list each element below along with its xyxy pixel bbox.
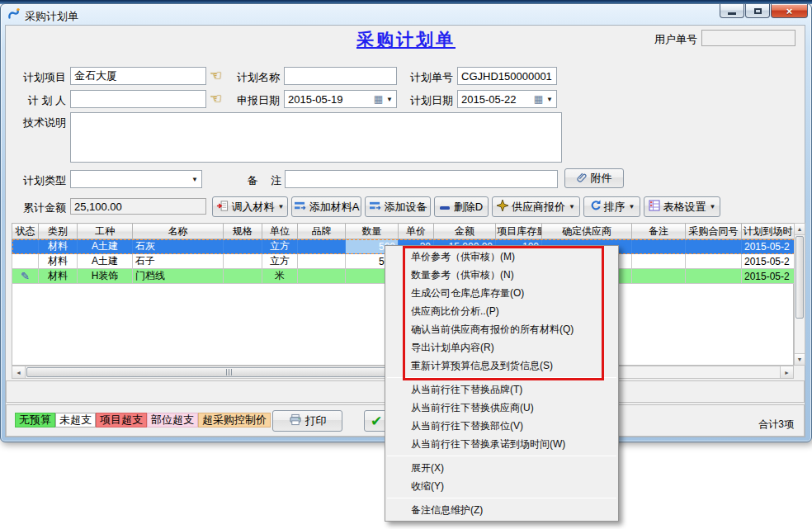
planner-label: 计 划 人 — [15, 93, 66, 108]
legend-project-over: 项目超支 — [96, 413, 147, 427]
plan-no-label: 计划单号 — [408, 70, 453, 85]
plan-date-label: 计划日期 — [408, 93, 453, 108]
sort-refresh-icon — [589, 200, 601, 214]
scroll-down-icon[interactable]: ▼ — [795, 353, 805, 365]
menu-item-expand[interactable]: 展开(X) — [385, 459, 618, 477]
vertical-scrollbar[interactable]: ▲ ▼ — [794, 223, 805, 366]
declare-date-label: 申报日期 — [235, 93, 280, 108]
paperclip-icon — [577, 172, 588, 186]
col-stock[interactable]: 项目库存量 — [496, 224, 542, 239]
minus-icon — [440, 201, 451, 213]
horizontal-scroll-thumb[interactable] — [26, 367, 431, 377]
col-brand[interactable]: 品牌 — [298, 224, 346, 239]
plan-date-value: 2015-05-22 — [461, 93, 517, 106]
add-equipment-button[interactable]: 添加设备 — [365, 196, 431, 217]
plan-type-select[interactable]: ▼ — [70, 170, 202, 188]
plan-no-field[interactable]: CGJHD150000001 — [457, 67, 557, 85]
delete-label: 删除D — [454, 200, 483, 215]
close-button[interactable]: × — [771, 4, 808, 18]
col-spec[interactable]: 规格 — [224, 224, 262, 239]
total-count: 合计3项 — [718, 418, 794, 432]
menu-item-replace-brand[interactable]: 从当前行往下替换品牌(T) — [385, 380, 618, 399]
menu-item-export-plan[interactable]: 导出计划单内容(R) — [385, 338, 618, 357]
tech-note-label: 技术说明 — [15, 116, 66, 130]
total-amount-field: 25,100.00 — [70, 198, 206, 215]
maximize-button[interactable] — [745, 4, 770, 18]
plan-project-label: 计划项目 — [15, 70, 66, 85]
planner-field[interactable] — [70, 90, 206, 108]
col-price[interactable]: 单价 — [399, 224, 434, 239]
plan-type-label: 计划类型 — [15, 173, 66, 188]
vertical-scroll-thumb[interactable] — [795, 236, 804, 319]
menu-item-replace-part[interactable]: 从当前行往下替换部位(V) — [385, 417, 618, 435]
declare-date-value: 2015-05-19 — [288, 93, 343, 106]
menu-item-replace-arrival[interactable]: 从当前行往下替换承诺到场时间(W) — [385, 435, 618, 453]
table-settings-label: 表格设置 — [663, 200, 706, 215]
menu-item-confirm-quoted[interactable]: 确认当前供应商有报价的所有材料(Q) — [385, 320, 618, 338]
import-material-button[interactable]: 调入材料 ▼ — [212, 196, 288, 217]
menu-item-gen-stock[interactable]: 生成公司仓库总库存量(O) — [385, 284, 618, 302]
col-category[interactable]: 类别 — [39, 224, 78, 239]
remark-field[interactable] — [285, 170, 558, 188]
table-settings-button[interactable]: 表格设置 ▼ — [644, 196, 720, 217]
chevron-down-icon: ▼ — [569, 203, 575, 210]
attachment-button[interactable]: 附件 — [564, 168, 624, 188]
chevron-down-icon[interactable]: ▼ — [191, 176, 198, 183]
print-button[interactable]: 打印 — [272, 410, 342, 432]
scroll-up-icon[interactable]: ▲ — [795, 224, 805, 235]
plan-name-field[interactable] — [284, 67, 397, 85]
scroll-right-icon[interactable]: ► — [780, 366, 793, 378]
sort-button[interactable]: 排序 ▼ — [583, 196, 640, 217]
plan-project-picker-hand-icon[interactable]: ☜ — [210, 68, 222, 83]
legend-over-control-price: 超采购控制价 — [198, 413, 271, 427]
declare-date-field[interactable]: 2015-05-19 ▦ ▼ — [284, 90, 397, 108]
window-controls: × — [720, 4, 808, 18]
plan-name-label: 计划名称 — [235, 70, 280, 85]
user-no-field[interactable] — [701, 30, 795, 46]
menu-item-price-ref[interactable]: 单价参考（供审核）(M) — [385, 248, 618, 266]
table-grid-icon — [649, 200, 660, 214]
menu-separator — [387, 456, 616, 456]
col-arrival[interactable]: 计划到场时 — [742, 224, 795, 239]
legend-not-over: 未超支 — [55, 413, 96, 427]
plan-project-field[interactable]: 金石大厦 — [70, 67, 206, 85]
col-worktype[interactable]: 工种 — [78, 224, 133, 239]
legend-no-budget: 无预算 — [15, 413, 55, 427]
menu-item-qty-ref[interactable]: 数量参考（供审核）(N) — [385, 266, 618, 284]
add-material-label: 添加材料A — [309, 200, 360, 215]
col-qty[interactable]: 数量 — [346, 224, 399, 239]
plan-date-field[interactable]: 2015-05-22 ▦ ▼ — [457, 90, 557, 108]
scroll-left-icon[interactable]: ◄ — [12, 366, 26, 378]
col-remark[interactable]: 备注 — [632, 224, 686, 239]
chevron-down-icon: ▼ — [710, 203, 716, 210]
menu-item-supplier-compare[interactable]: 供应商比价分析..(P) — [385, 302, 618, 320]
calendar-icon[interactable]: ▦ — [374, 94, 383, 104]
add-material-button[interactable]: 添加材料A — [291, 196, 361, 217]
delete-button[interactable]: 删除D — [434, 196, 489, 217]
context-menu: 单价参考（供审核）(M) 数量参考（供审核）(N) 生成公司仓库总库存量(O) … — [385, 245, 619, 522]
tech-note-textarea[interactable] — [70, 112, 562, 163]
col-unit[interactable]: 单位 — [262, 224, 298, 239]
calendar-icon[interactable]: ▦ — [534, 94, 543, 104]
pencil-icon: ✎ — [21, 270, 30, 282]
col-name[interactable]: 名称 — [133, 224, 224, 239]
col-amount[interactable]: 金额 — [434, 224, 496, 239]
screen: 采购计划单 × 采购计划单 用户单号 计划项目 金石大厦 ☜ 计划名称 计划单号… — [0, 0, 812, 529]
col-supplier[interactable]: 确定供应商 — [542, 224, 632, 239]
supplier-quote-button[interactable]: 供应商报价 ▼ — [492, 196, 580, 217]
check-icon: ✔ — [371, 413, 382, 430]
col-contract[interactable]: 采购合同号 — [686, 224, 742, 239]
attachment-label: 附件 — [591, 171, 612, 186]
minimize-button[interactable] — [720, 4, 744, 18]
menu-item-collapse[interactable]: 收缩(Y) — [385, 477, 618, 495]
close-icon: × — [786, 5, 793, 17]
planner-picker-hand-icon[interactable]: ☜ — [210, 92, 222, 106]
menu-item-recalc-budget[interactable]: 重新计算预算信息及到货信息(S) — [385, 357, 618, 375]
chevron-down-icon[interactable]: ▼ — [546, 96, 553, 103]
col-status[interactable]: 状态 — [12, 224, 39, 239]
chevron-down-icon: ▼ — [629, 203, 635, 210]
menu-item-replace-supplier[interactable]: 从当前行往下替换供应商(U) — [385, 399, 618, 417]
menu-item-remark-maintain[interactable]: 备注信息维护(Z) — [385, 501, 618, 519]
chevron-down-icon[interactable]: ▼ — [386, 96, 393, 103]
supplier-quote-label: 供应商报价 — [512, 200, 565, 215]
